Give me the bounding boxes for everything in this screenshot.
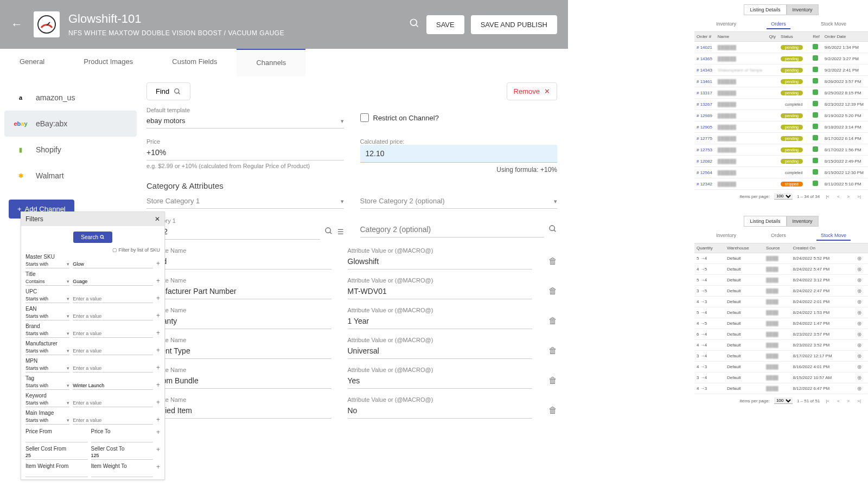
prev-page-icon[interactable]: <: [835, 194, 841, 199]
plus-icon[interactable]: +: [156, 260, 160, 268]
store-category-2-select[interactable]: Store Category 2 (optional): [360, 194, 558, 209]
order-link[interactable]: # 14343: [694, 65, 716, 76]
expand-icon[interactable]: ⊕: [857, 353, 861, 359]
plus-icon[interactable]: +: [156, 381, 160, 390]
filter-op-select[interactable]: Starts with ▾: [25, 312, 69, 320]
attr-name-input[interactable]: [146, 403, 331, 419]
filter-op-select[interactable]: Starts with ▾: [25, 260, 69, 268]
filter-value-input[interactable]: [73, 312, 153, 320]
order-link[interactable]: # 13267: [694, 99, 716, 110]
col-qty[interactable]: Qty: [767, 32, 779, 42]
subtab-orders[interactable]: Orders: [767, 20, 790, 29]
filter-value-input[interactable]: [73, 364, 153, 373]
expand-icon[interactable]: ⊕: [857, 288, 861, 294]
subtab-orders-2[interactable]: Orders: [767, 231, 790, 241]
attr-name-input[interactable]: [146, 254, 331, 269]
filter-value-input[interactable]: [73, 399, 153, 407]
range-to-input[interactable]: [91, 452, 154, 460]
plus-icon[interactable]: +: [156, 416, 160, 425]
table-row[interactable]: 3 →4Default████8/17/2022 12:17 PM⊕: [694, 351, 868, 362]
subtab-inventory[interactable]: Inventory: [712, 20, 741, 29]
table-row[interactable]: 3 →4Default████8/15/2022 10:57 AM⊕: [694, 373, 868, 383]
table-row[interactable]: 4 →3Default████8/12/2022 6:47 PM⊕: [694, 383, 868, 394]
order-link[interactable]: # 12753: [694, 144, 716, 156]
filter-value-input[interactable]: [73, 347, 153, 355]
attr-value-input[interactable]: [348, 403, 533, 419]
expand-icon[interactable]: ⊕: [857, 255, 861, 261]
plus-icon[interactable]: +: [156, 463, 160, 477]
last-page-icon[interactable]: >|: [856, 399, 863, 403]
category-2-input[interactable]: [360, 222, 545, 237]
table-row[interactable]: # 12753██████pending8/17/2022 1:56 PM: [694, 144, 868, 156]
table-row[interactable]: 6 →4Default████8/23/2022 3:57 PM⊕: [694, 329, 868, 340]
table-row[interactable]: 5 →4Default████8/24/2022 3:12 PM⊕: [694, 275, 868, 286]
next-page-icon[interactable]: >: [846, 194, 852, 199]
subtab-stock-move-2[interactable]: Stock Move: [816, 231, 851, 241]
expand-icon[interactable]: ⊕: [857, 299, 861, 305]
table-row[interactable]: # 12564██████completed8/15/2022 12:30 PM: [694, 167, 868, 178]
attr-value-input[interactable]: [348, 373, 533, 389]
plus-icon[interactable]: +: [156, 399, 160, 407]
trash-icon[interactable]: 🗑: [548, 406, 557, 419]
last-page-icon[interactable]: >|: [856, 194, 863, 199]
range-from-input[interactable]: [25, 469, 88, 477]
restrict-channel-checkbox[interactable]: [360, 113, 369, 122]
order-link[interactable]: # 12082: [694, 156, 716, 167]
search-icon[interactable]: [409, 18, 420, 31]
filter-op-select[interactable]: Starts with ▾: [25, 364, 69, 373]
tab-product-images[interactable]: Product Images: [64, 49, 152, 76]
remove-button[interactable]: Remove✕: [507, 82, 557, 100]
col-date[interactable]: Order Date: [822, 32, 868, 42]
default-template-select[interactable]: ebay motors: [146, 113, 344, 129]
attr-name-input[interactable]: [146, 343, 331, 359]
category-1-input[interactable]: [146, 224, 320, 240]
search-icon[interactable]: [548, 224, 557, 235]
col-warehouse[interactable]: Warehouse: [725, 243, 764, 253]
plus-icon[interactable]: +: [156, 428, 160, 442]
expand-icon[interactable]: ⊕: [857, 375, 861, 381]
table-row[interactable]: 4 →5Default████8/24/2022 5:47 PM⊕: [694, 264, 868, 275]
plus-icon[interactable]: +: [156, 329, 160, 338]
col-source[interactable]: Source: [764, 243, 790, 253]
find-button[interactable]: Find: [146, 82, 190, 100]
first-page-icon[interactable]: |<: [824, 194, 831, 199]
filter-value-input[interactable]: [73, 330, 153, 338]
col-status[interactable]: Status: [778, 32, 810, 42]
filter-value-input[interactable]: [73, 382, 153, 390]
close-icon[interactable]: ✕: [155, 215, 160, 223]
table-row[interactable]: 4 →3Default████8/24/2022 2:01 PM⊕: [694, 297, 868, 307]
table-row[interactable]: # 13461██████pending8/26/2022 3:57 PM: [694, 76, 868, 87]
col-ref[interactable]: Ref: [810, 32, 822, 42]
attr-value-input[interactable]: [348, 284, 533, 299]
plus-icon[interactable]: +: [156, 277, 160, 286]
table-row[interactable]: # 12989██████pending8/19/2022 5:20 PM: [694, 110, 868, 121]
expand-icon[interactable]: ⊕: [857, 266, 861, 272]
order-link[interactable]: # 12342: [694, 178, 716, 190]
col-order[interactable]: Order #: [694, 32, 716, 42]
attr-name-input[interactable]: [146, 284, 331, 299]
expand-icon[interactable]: ⊕: [857, 342, 861, 348]
expand-icon[interactable]: ⊕: [857, 320, 861, 326]
filter-value-input[interactable]: [73, 260, 153, 268]
col-quantity[interactable]: Quantity: [694, 243, 725, 253]
range-from-input[interactable]: [25, 452, 88, 460]
col-created[interactable]: Created On: [791, 243, 856, 253]
subtab-stock-move[interactable]: Stock Move: [816, 20, 851, 29]
trash-icon[interactable]: 🗑: [548, 286, 557, 299]
col-name[interactable]: Name: [716, 32, 767, 42]
order-link[interactable]: # 14021: [694, 42, 716, 53]
trash-icon[interactable]: 🗑: [548, 256, 557, 269]
filter-value-input[interactable]: [73, 278, 153, 286]
expand-icon[interactable]: ⊕: [857, 386, 861, 391]
tab-listing-details-2[interactable]: Listing Details: [744, 216, 786, 227]
table-row[interactable]: # 12905██████pending8/18/2022 3:14 PM: [694, 121, 868, 133]
table-row[interactable]: # 14343Shakespeare of Tampapending9/2/20…: [694, 65, 868, 76]
filter-op-select[interactable]: Starts with ▾: [25, 416, 69, 425]
attr-name-input[interactable]: [146, 313, 331, 329]
filter-op-select[interactable]: Starts with ▾: [25, 347, 69, 355]
trash-icon[interactable]: 🗑: [548, 316, 557, 329]
channel-item-amazon[interactable]: a amazon_us: [4, 85, 137, 111]
order-link[interactable]: # 13461: [694, 76, 716, 87]
plus-icon[interactable]: +: [156, 346, 160, 355]
plus-icon[interactable]: +: [156, 312, 160, 320]
